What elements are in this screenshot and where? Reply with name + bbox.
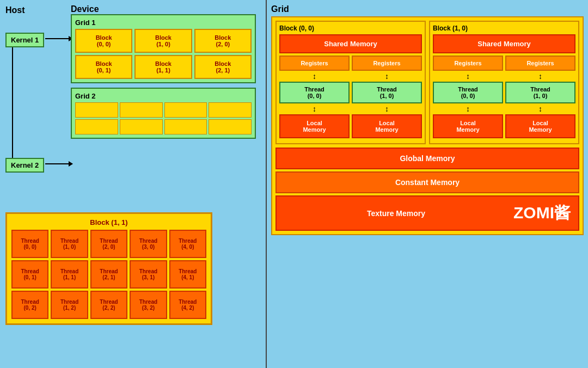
registers-10-0: Registers — [433, 56, 503, 71]
arrow-updown-00-1: ↕ — [385, 72, 389, 80]
local-mem-00-0: LocalMemory — [279, 114, 350, 138]
g2c2 — [120, 102, 163, 118]
grid2-box: Grid 2 — [71, 88, 256, 139]
arrow-down-10-1: ↕ — [538, 105, 542, 113]
global-memory: Global Memory — [275, 148, 579, 169]
block-1-1: Block(1, 1) — [134, 55, 192, 79]
block-0-0: Block(0, 0) — [75, 29, 132, 53]
thread-1-0: Thread(1, 0) — [51, 230, 88, 258]
thread-3-2: Thread(3, 2) — [130, 291, 167, 319]
thread-4-0: Thread(4, 0) — [169, 230, 206, 258]
zoom-block-title: Block (1, 1) — [11, 218, 206, 226]
vertical-arrow — [12, 46, 13, 166]
thread-col-10-0: Registers ↕ Thread(0, 0) ↕ LocalMemory — [433, 56, 503, 138]
thread-0-2: Thread(0, 2) — [11, 291, 48, 319]
thread-box-00-0: Thread(0, 0) — [279, 82, 350, 103]
thread-box-10-1: Thread(1, 0) — [505, 82, 575, 103]
thread-box-10-0: Thread(0, 0) — [433, 82, 503, 103]
block00-title: Block (0, 0) — [279, 24, 422, 32]
grid1-block-grid: Block(0, 0) Block(1, 0) Block(2, 0) Bloc… — [75, 29, 252, 79]
kernel1-arrow — [45, 38, 72, 39]
local-mem-00-1: LocalMemory — [352, 114, 422, 138]
thread-box-00-1: Thread(1, 0) — [352, 82, 422, 103]
thread-3-1: Thread(3, 1) — [130, 260, 167, 289]
block-detail-10: Block (1, 0) Shared Memory Registers ↕ T… — [429, 21, 579, 144]
arrow-updown-10-1: ↕ — [538, 72, 542, 80]
block-2-1: Block(2, 1) — [194, 55, 252, 79]
registers-10-1: Registers — [505, 56, 575, 71]
thread-col-10-1: Registers ↕ Thread(1, 0) ↕ LocalMemory — [505, 56, 575, 138]
device-label: Device — [71, 4, 99, 14]
thread-1-1: Thread(1, 1) — [51, 260, 88, 289]
grid-container: Block (0, 0) Shared Memory Registers ↕ T… — [271, 16, 584, 235]
thread-col-00-1: Registers ↕ Thread(1, 0) ↕ LocalMemory — [352, 56, 422, 138]
zoom-block: Block (1, 1) Thread(0, 0) Thread(1, 0) T… — [5, 212, 212, 325]
arrow-down-00-0: ↕ — [313, 105, 316, 113]
grid2-label: Grid 2 — [75, 92, 252, 100]
thread-0-0: Thread(0, 0) — [11, 230, 48, 258]
left-panel: Host Kernel 1 Kernel 2 Device Grid 1 Blo… — [0, 0, 267, 368]
kernel2-label: Kernel 2 — [5, 158, 44, 173]
block-0-1: Block(0, 1) — [75, 55, 132, 79]
arrow-down-00-1: ↕ — [385, 105, 389, 113]
thread-1-2: Thread(1, 2) — [51, 291, 88, 319]
thread-col-00-0: Registers ↕ Thread(0, 0) ↕ LocalMemory — [279, 56, 350, 138]
kernel2-arrow — [45, 163, 72, 164]
g2c1 — [75, 102, 118, 118]
arrow-down-10-0: ↕ — [466, 105, 470, 113]
constant-memory: Constant Memory — [275, 171, 579, 193]
device-section: Device Grid 1 Block(0, 0) Block(1, 0) Bl… — [71, 4, 256, 139]
shared-memory-10: Shared Memory — [433, 34, 575, 53]
kernel1-label: Kernel 1 — [5, 33, 44, 47]
texture-memory-label: Texture Memory — [279, 209, 513, 218]
g2c6 — [120, 119, 163, 134]
local-mem-10-1: LocalMemory — [505, 114, 575, 138]
block-2-0: Block(2, 0) — [194, 29, 252, 53]
registers-00-1: Registers — [352, 56, 422, 71]
registers-00-0: Registers — [279, 56, 350, 71]
block-1-0: Block(1, 0) — [134, 29, 192, 53]
threads-registers-00: Registers ↕ Thread(0, 0) ↕ LocalMemory R… — [279, 56, 422, 138]
thread-4-2: Thread(4, 2) — [169, 291, 206, 319]
grid2-inner — [75, 102, 252, 134]
g2c8 — [209, 119, 252, 134]
block-detail-00: Block (0, 0) Shared Memory Registers ↕ T… — [275, 21, 426, 144]
thread-0-1: Thread(0, 1) — [11, 260, 48, 289]
grid1-label: Grid 1 — [75, 19, 252, 27]
blocks-row: Block (0, 0) Shared Memory Registers ↕ T… — [275, 21, 579, 144]
block10-title: Block (1, 0) — [433, 24, 575, 32]
g2c4 — [209, 102, 252, 118]
grid1-box: Grid 1 Block(0, 0) Block(1, 0) Block(2, … — [71, 14, 256, 83]
grid-top-label: Grid — [271, 4, 584, 14]
shared-memory-00: Shared Memory — [279, 34, 422, 53]
thread-2-2: Thread(2, 2) — [90, 291, 127, 319]
thread-2-1: Thread(2, 1) — [90, 260, 127, 289]
right-panel: Grid Block (0, 0) Shared Memory Register… — [267, 0, 588, 368]
local-mem-10-0: LocalMemory — [433, 114, 503, 138]
thread-4-1: Thread(4, 1) — [169, 260, 206, 289]
thread-2-0: Thread(2, 0) — [90, 230, 127, 258]
arrow-updown-00-0: ↕ — [313, 72, 316, 80]
g2c5 — [75, 119, 118, 134]
threads-registers-10: Registers ↕ Thread(0, 0) ↕ LocalMemory R… — [433, 56, 575, 138]
g2c7 — [164, 119, 207, 134]
texture-memory-bar: Texture Memory ZOMI酱 — [275, 195, 579, 231]
thread-3-0: Thread(3, 0) — [130, 230, 167, 258]
arrow-updown-10-0: ↕ — [466, 72, 470, 80]
zomi-watermark: ZOMI酱 — [513, 202, 576, 224]
thread-grid: Thread(0, 0) Thread(1, 0) Thread(2, 0) T… — [11, 230, 206, 319]
host-label: Host — [5, 5, 25, 15]
g2c3 — [164, 102, 207, 118]
